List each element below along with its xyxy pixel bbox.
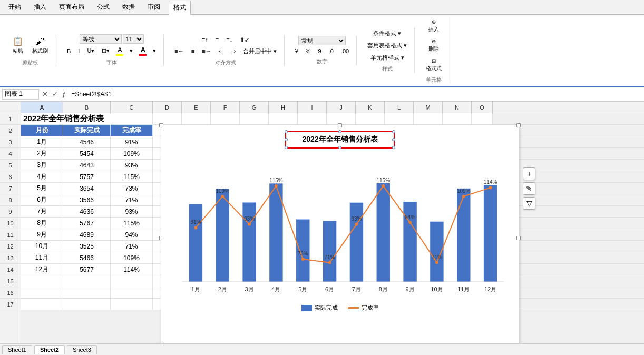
cell-b13[interactable]: 5466 (63, 252, 111, 263)
indent-decrease-button[interactable]: ⇐ (216, 46, 227, 56)
col-header-j[interactable]: J (327, 102, 356, 113)
row-4[interactable]: 4 (0, 148, 21, 160)
cell-c6[interactable]: 115% (111, 171, 153, 182)
row-10[interactable]: 10 (0, 218, 21, 229)
col-header-l[interactable]: L (385, 102, 414, 113)
font-color-button[interactable]: A (137, 45, 149, 57)
conditional-format-button[interactable]: 条件格式 ▾ (370, 28, 404, 39)
paste-button[interactable]: 📋 粘贴 (8, 34, 27, 57)
title-handle-bl[interactable] (285, 146, 288, 149)
cell-o1[interactable] (472, 113, 493, 124)
cell-b3[interactable]: 4546 (63, 136, 111, 147)
function-icon[interactable]: ƒ (61, 89, 67, 99)
cell-c5[interactable]: 93% (111, 160, 153, 171)
fill-color-button[interactable]: A (114, 45, 125, 57)
cell-a7[interactable]: 5月 (21, 183, 63, 194)
col-header-m[interactable]: M (414, 102, 443, 113)
cell-c11[interactable]: 94% (111, 229, 153, 240)
align-bottom-button[interactable]: ≡↓ (223, 35, 236, 44)
col-header-b[interactable]: B (63, 102, 111, 113)
cell-b2[interactable]: 实际完成 (63, 125, 111, 136)
row-14[interactable]: 14 (0, 264, 21, 275)
chart-style-button[interactable]: ✎ (523, 182, 535, 195)
cell-c2[interactable]: 完成率 (111, 125, 153, 136)
tab-home[interactable]: 开始 (4, 1, 25, 14)
cell-c14[interactable]: 114% (111, 264, 153, 275)
cell-a10[interactable]: 8月 (21, 218, 63, 229)
row-15[interactable]: 15 (0, 275, 21, 287)
col-header-e[interactable]: E (182, 102, 211, 113)
col-header-h[interactable]: H (269, 102, 298, 113)
font-name-select[interactable]: 等线 (80, 34, 122, 44)
formula-input[interactable] (69, 90, 642, 99)
row-17[interactable]: 17 (0, 299, 21, 310)
row-3[interactable]: 3 (0, 136, 21, 148)
row-12[interactable]: 12 (0, 241, 21, 252)
col-header-i[interactable]: I (298, 102, 327, 113)
cell-f1[interactable] (211, 113, 240, 124)
font-size-select[interactable]: 11 (123, 34, 144, 44)
table-format-button[interactable]: 套用表格格式 ▾ (364, 40, 410, 51)
cell-b11[interactable]: 4689 (63, 229, 111, 240)
cell-j1[interactable] (327, 113, 356, 124)
align-left-button[interactable]: ≡← (171, 46, 187, 56)
col-header-o[interactable]: O (472, 102, 493, 113)
cell-a3[interactable]: 1月 (21, 136, 63, 147)
cell-a2[interactable]: 月份 (21, 125, 63, 136)
title-handle-tc[interactable] (338, 130, 341, 133)
cell-m1[interactable] (414, 113, 443, 124)
cell-a9[interactable]: 7月 (21, 206, 63, 217)
title-handle-bc[interactable] (338, 146, 341, 149)
percent-button[interactable]: % (303, 46, 314, 56)
cell-b6[interactable]: 5757 (63, 171, 111, 182)
tab-view[interactable]: 格式 (169, 1, 191, 15)
cancel-icon[interactable]: ✕ (41, 89, 49, 99)
border-button[interactable]: ⊞▾ (99, 46, 113, 56)
cell-h1[interactable] (269, 113, 298, 124)
title-handle-mr[interactable] (392, 138, 395, 141)
chart-add-button[interactable]: + (523, 167, 535, 180)
chart-handle-mr[interactable] (516, 236, 521, 240)
title-handle-br[interactable] (392, 146, 395, 149)
sheet-tab-2[interactable]: Sheet2 (34, 345, 65, 354)
italic-button[interactable]: I (75, 46, 83, 56)
tab-insert[interactable]: 插入 (30, 1, 51, 14)
cell-k1[interactable] (356, 113, 385, 124)
align-top-button[interactable]: ≡↑ (199, 35, 211, 44)
col-header-a[interactable]: A (21, 102, 63, 113)
cell-g1[interactable] (240, 113, 269, 124)
row-16[interactable]: 16 (0, 287, 21, 299)
title-handle-tr[interactable] (392, 130, 395, 133)
cell-c3[interactable]: 91% (111, 136, 153, 147)
sheet-tab-3[interactable]: Sheet3 (67, 345, 97, 354)
row-11[interactable]: 11 (0, 229, 21, 241)
cell-a12[interactable]: 10月 (21, 241, 63, 252)
cell-b7[interactable]: 3654 (63, 183, 111, 194)
title-handle-tl[interactable] (285, 130, 288, 133)
cell-b12[interactable]: 3525 (63, 241, 111, 252)
wrap-text-button[interactable]: ⬆↙ (237, 35, 252, 45)
format-button[interactable]: ⊟ 格式式 (422, 56, 445, 74)
currency-button[interactable]: ¥ (292, 46, 301, 56)
cell-b10[interactable]: 5767 (63, 218, 111, 229)
merge-center-button[interactable]: 合并居中中 ▾ (240, 46, 280, 57)
confirm-icon[interactable]: ✓ (51, 89, 59, 99)
chart-handle-tr[interactable] (516, 123, 521, 127)
row-9[interactable]: 9 (0, 206, 21, 218)
underline-button[interactable]: U▾ (84, 46, 97, 56)
row-1[interactable]: 1 (0, 113, 21, 125)
cell-b14[interactable]: 5677 (63, 264, 111, 275)
chart-handle-tc[interactable] (338, 123, 342, 127)
cell-a1[interactable]: 2022年全年销售分析表 (21, 113, 153, 124)
title-handle-ml[interactable] (285, 138, 288, 141)
cell-c4[interactable]: 109% (111, 148, 153, 159)
cell-a6[interactable]: 4月 (21, 171, 63, 182)
cell-a13[interactable]: 11月 (21, 252, 63, 263)
cell-a5[interactable]: 3月 (21, 160, 63, 171)
cell-c13[interactable]: 109% (111, 252, 153, 263)
cell-c8[interactable]: 71% (111, 194, 153, 205)
cell-i1[interactable] (298, 113, 327, 124)
cell-c7[interactable]: 73% (111, 183, 153, 194)
row-13[interactable]: 13 (0, 252, 21, 264)
align-middle-button[interactable]: ≡ (212, 35, 222, 44)
